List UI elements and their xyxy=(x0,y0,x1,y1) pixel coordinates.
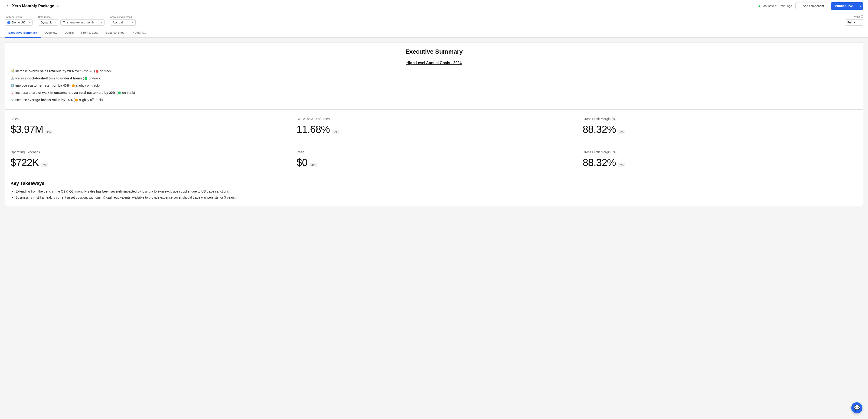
date-range-filter-group: Date range Dynamic ▾ This year-to-last-m… xyxy=(38,16,104,26)
accounting-select[interactable]: Accrual ▾ xyxy=(110,19,135,26)
goal-3-status-dot xyxy=(72,84,75,87)
metric-cash-value-row: $0 0% xyxy=(297,157,571,169)
metric-sales-value: $3.97M xyxy=(10,124,43,135)
metric-cash-value: $0 xyxy=(297,157,307,169)
date-range-value: This year-to-last-month xyxy=(63,21,94,24)
goal-5-icon: 🛒 xyxy=(10,98,14,102)
accounting-chevron-icon: ▾ xyxy=(132,21,133,24)
entity-chevron-icon: ▾ xyxy=(29,21,30,24)
metric-opex-value-row: $722K 0% xyxy=(10,157,285,169)
tabs-bar: Executive Summary Overview Details Profi… xyxy=(0,28,868,38)
date-range-type-value: Dynamic xyxy=(41,21,53,24)
goal-item-5: 🛒Increase average basket value by 15% ( … xyxy=(10,97,858,102)
add-component-icon: ⊞ xyxy=(799,4,801,8)
metric-cash-label: Cash xyxy=(297,150,571,154)
filters-left: Entity or Group Demo UK ▾ Date range Dyn… xyxy=(5,16,135,26)
accounting-value: Accrual xyxy=(113,21,123,24)
width-chevron-icon: ▾ xyxy=(854,21,855,24)
width-select[interactable]: Full ▾ xyxy=(845,19,863,26)
date-range-type-select[interactable]: Dynamic ▾ xyxy=(38,19,59,26)
metric-card-gpm1: Gross Profit Margin (%) 88.32% 0% xyxy=(577,110,863,143)
entity-color-dot xyxy=(7,21,10,24)
goal-5-bold: average basket value by 15% xyxy=(28,98,73,102)
saved-status-text: Last saved: 1 min. ago xyxy=(762,4,792,8)
tab-overview[interactable]: Overview xyxy=(41,28,61,38)
takeaways-title: Key Takeaways xyxy=(10,181,858,186)
metric-cogs-label: COGS as a % of Sales xyxy=(297,117,571,121)
top-bar: ‹ Xero Monthly Package ✎ ● Last saved: 1… xyxy=(0,0,868,12)
goal-4-status-dot xyxy=(118,91,121,94)
goal-3-bold: customer retention by 40% xyxy=(28,84,69,87)
goal-3-icon: ⚙️ xyxy=(10,84,14,87)
width-info-icon: ⓘ xyxy=(861,15,863,18)
width-control: Width ⓘ Full ▾ xyxy=(845,15,863,26)
top-bar-right: ● Last saved: 1 min. ago ⊞ Add component… xyxy=(758,2,863,10)
goal-item-1: 📝 Increase overall sales revenue by 20% … xyxy=(10,69,858,73)
goal-item-4: 📈 Increase share of walk-in customers ov… xyxy=(10,90,858,95)
date-value-chevron-icon: ▾ xyxy=(101,21,102,24)
goal-5-status-dot xyxy=(75,99,78,101)
metric-opex-value: $722K xyxy=(10,157,39,169)
tab-profit-loss[interactable]: Profit & Loss xyxy=(78,28,102,38)
saved-status: ● Last saved: 1 min. ago xyxy=(758,4,792,8)
entity-value: Demo UK xyxy=(12,21,25,24)
goal-2-status-dot xyxy=(85,77,87,80)
tab-details[interactable]: Details xyxy=(61,28,78,38)
edit-icon[interactable]: ✎ xyxy=(56,4,59,8)
goal-1-icon: 📝 xyxy=(10,69,14,73)
width-label: Width ⓘ xyxy=(854,15,863,18)
add-component-button[interactable]: ⊞ Add component xyxy=(795,3,827,9)
date-type-chevron-icon: ▾ xyxy=(55,21,56,24)
publish-button[interactable]: Publish live xyxy=(831,2,857,10)
app-title: Xero Monthly Package xyxy=(12,4,54,8)
metric-cogs-badge: 0% xyxy=(332,130,339,134)
metric-cogs-value: 11.68% xyxy=(297,124,330,135)
add-tab-button[interactable]: + Add Tab xyxy=(129,28,150,37)
width-value: Full xyxy=(847,21,852,24)
takeaways-list: Extending from the trend in the Q2 & Q3,… xyxy=(10,189,858,200)
metric-card-sales: Sales $3.97M 0% xyxy=(5,110,291,143)
publish-button-group: Publish live ▾ xyxy=(831,2,863,10)
metric-sales-badge: 0% xyxy=(45,130,53,134)
filters-bar: Entity or Group Demo UK ▾ Date range Dyn… xyxy=(0,12,868,28)
takeaways-section: Key Takeaways Extending from the trend i… xyxy=(5,176,863,206)
entity-label: Entity or Group xyxy=(5,16,32,18)
metric-gpm1-value: 88.32% xyxy=(583,124,616,135)
date-range-value-select[interactable]: This year-to-last-month ▾ xyxy=(60,19,104,26)
metric-cogs-value-row: 11.68% 0% xyxy=(297,124,571,135)
metric-opex-label: Operating Expenses xyxy=(10,150,285,154)
metric-card-gpm2: Gross Profit Margin (%) 88.32% 0% xyxy=(577,143,863,176)
goal-1-bold: overall sales revenue by 20% xyxy=(29,69,73,73)
metric-sales-value-row: $3.97M 0% xyxy=(10,124,285,135)
metric-card-cash: Cash $0 0% xyxy=(291,143,577,176)
goal-2-bold: dock-to-shelf time to under 4 hours xyxy=(27,77,82,80)
entity-filter-group: Entity or Group Demo UK ▾ xyxy=(5,16,32,26)
metric-sales-label: Sales xyxy=(10,117,285,121)
goal-2-icon: 🕐 xyxy=(10,77,14,80)
metric-gpm2-value-row: 88.32% 0% xyxy=(583,157,858,169)
metric-opex-badge: 0% xyxy=(41,163,48,167)
goal-1-status-dot xyxy=(96,70,98,73)
metric-gpm1-badge: 0% xyxy=(618,130,625,134)
metric-gpm2-label: Gross Profit Margin (%) xyxy=(583,150,858,154)
saved-dot-icon: ● xyxy=(758,4,761,8)
metric-card-opex: Operating Expenses $722K 0% xyxy=(5,143,291,176)
metric-card-cogs: COGS as a % of Sales 11.68% 0% xyxy=(291,110,577,143)
metric-gpm1-value-row: 88.32% 0% xyxy=(583,124,858,135)
metric-gpm1-label: Gross Profit Margin (%) xyxy=(583,117,858,121)
publish-dropdown-arrow[interactable]: ▾ xyxy=(857,2,863,10)
tab-balance-sheet[interactable]: Balance Sheet xyxy=(102,28,129,38)
goal-4-icon: 📈 xyxy=(10,91,14,94)
goal-4-bold: share of walk-in customers over total cu… xyxy=(29,91,116,94)
exec-summary-header: Executive Summary xyxy=(5,42,863,59)
entity-select[interactable]: Demo UK ▾ xyxy=(5,19,32,26)
top-bar-left: ‹ Xero Monthly Package ✎ xyxy=(5,3,59,9)
goals-section: High Level Annual Goals - 2024 📝 Increas… xyxy=(5,59,863,110)
metrics-row-1: Sales $3.97M 0% COGS as a % of Sales 11.… xyxy=(5,110,863,176)
goal-item-2: 🕐 Reduce dock-to-shelf time to under 4 h… xyxy=(10,76,858,81)
back-button[interactable]: ‹ xyxy=(5,3,10,9)
date-range-label: Date range xyxy=(38,16,104,18)
accounting-label: Accounting method xyxy=(110,16,135,18)
tab-executive-summary[interactable]: Executive Summary xyxy=(5,28,41,38)
main-content: Executive Summary High Level Annual Goal… xyxy=(0,38,868,214)
